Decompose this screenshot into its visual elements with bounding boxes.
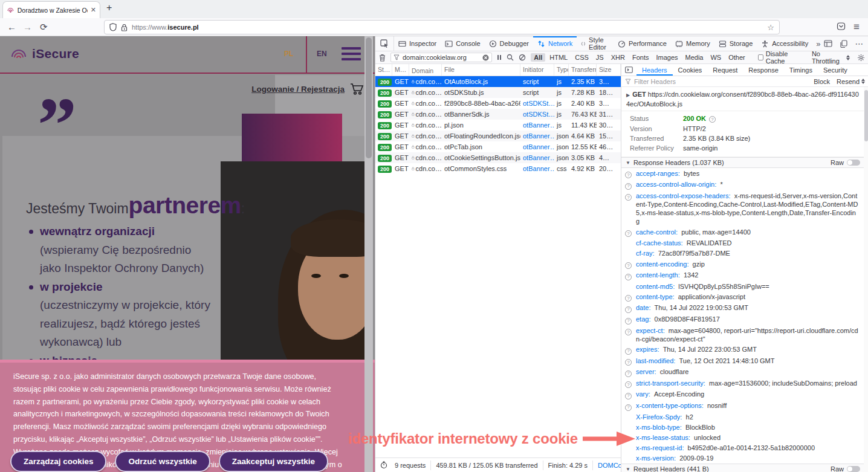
- raw-toggle[interactable]: [847, 466, 860, 472]
- type-filter-js[interactable]: JS: [593, 53, 607, 62]
- devtools-tab-debugger[interactable]: Debugger: [485, 36, 533, 51]
- devtools-tab-style-editor[interactable]: Style Editor: [577, 36, 614, 51]
- request-summary-line[interactable]: ▶GET https://cdn.cookielaw.org/consent/f…: [621, 87, 864, 111]
- devtools-tab-console[interactable]: Console: [441, 36, 484, 51]
- throttling-select[interactable]: No Throttling: [812, 50, 850, 65]
- devtools-tab-accessibility[interactable]: Accessibility: [757, 36, 812, 51]
- forward-icon[interactable]: →: [23, 22, 32, 33]
- url-bar[interactable]: https://www.isecure.pl ☆: [104, 20, 780, 34]
- initiator-cell[interactable]: otBanner…: [520, 143, 554, 150]
- initiator-cell[interactable]: otSDKSt…: [520, 111, 554, 118]
- detail-tab-security[interactable]: Security: [818, 64, 853, 76]
- menu-hamburger-icon[interactable]: [342, 47, 361, 63]
- network-request-row[interactable]: 200GETcdn.co…otCommonStyles.cssotBanner……: [375, 163, 621, 174]
- network-request-row[interactable]: 200GETcdn.co…otSDKStub.jsscriptjs7.28 KB…: [375, 87, 621, 98]
- column-header-type[interactable]: Type: [554, 64, 569, 76]
- network-request-row[interactable]: 200GETcdn.co…f2890bc8-88eb-4bac-a266-df9…: [375, 98, 621, 109]
- type-filter-media[interactable]: Media: [682, 53, 707, 62]
- column-header-transferred[interactable]: Transferred: [569, 64, 597, 76]
- network-request-row[interactable]: 200GETcdn.co…otCookieSettingsButton.json…: [375, 152, 621, 163]
- column-header-initiator[interactable]: Initiator: [520, 64, 554, 76]
- more-tools-chevron-icon[interactable]: »: [812, 36, 824, 51]
- collapse-twisty-icon[interactable]: ▼: [626, 467, 630, 472]
- type-filter-fonts[interactable]: Fonts: [629, 53, 652, 62]
- type-filter-other[interactable]: Other: [725, 53, 748, 62]
- headers-scrollbar[interactable]: [864, 87, 868, 472]
- type-filter-html[interactable]: HTML: [546, 53, 571, 62]
- collapse-twisty-icon[interactable]: ▼: [626, 160, 630, 166]
- help-icon[interactable]: ?: [625, 274, 632, 280]
- help-icon[interactable]: ?: [625, 381, 632, 388]
- column-header-file[interactable]: File: [442, 64, 520, 76]
- help-icon[interactable]: ?: [625, 262, 632, 269]
- expand-triangle-icon[interactable]: ▶: [626, 92, 630, 98]
- help-icon[interactable]: ?: [625, 348, 632, 355]
- help-icon[interactable]: ?: [625, 194, 632, 201]
- detail-tab-cookies[interactable]: Cookies: [673, 64, 708, 76]
- lang-en-button[interactable]: EN: [317, 50, 327, 58]
- help-icon[interactable]: ?: [625, 306, 632, 313]
- devtools-tab-memory[interactable]: Memory: [671, 36, 714, 51]
- pocket-icon[interactable]: [837, 22, 846, 31]
- column-header-st[interactable]: St…: [375, 64, 392, 76]
- type-filter-css[interactable]: CSS: [572, 53, 592, 62]
- help-icon[interactable]: ?: [625, 172, 632, 178]
- network-request-row[interactable]: 200GETcdn.co…otFloatingRoundedIcon.jsono…: [375, 131, 621, 141]
- raw-toggle[interactable]: [847, 160, 860, 166]
- lock-icon[interactable]: [121, 24, 128, 31]
- help-icon[interactable]: ?: [625, 329, 632, 335]
- search-icon[interactable]: [507, 54, 514, 61]
- devtools-tab-storage[interactable]: Storage: [714, 36, 757, 51]
- detail-tab-headers[interactable]: Headers: [636, 64, 673, 76]
- type-filter-images[interactable]: Images: [653, 53, 681, 62]
- help-icon[interactable]: ?: [625, 318, 632, 325]
- help-icon[interactable]: ?: [625, 393, 632, 399]
- block-button[interactable]: Block: [810, 78, 834, 85]
- domcontentloaded-time[interactable]: DOMContentLoaded:: [593, 461, 621, 470]
- section-header-request-headers[interactable]: ▼Request Headers (441 B)Raw: [621, 464, 864, 472]
- page-scrollbar[interactable]: [364, 36, 373, 472]
- cookie-button-odrzuć-wszystkie[interactable]: Odrzuć wszystkie: [115, 451, 210, 472]
- section-header-response-headers[interactable]: ▼Response Headers (1.037 KB)Raw: [621, 157, 864, 168]
- cookie-button-zaakceptuj-wszystkie[interactable]: Zaakceptuj wszystkie: [219, 451, 328, 472]
- cart-icon[interactable]: [349, 82, 364, 95]
- help-icon[interactable]: ?: [709, 116, 716, 123]
- url-text[interactable]: https://www.isecure.pl: [132, 24, 199, 31]
- initiator-cell[interactable]: otBanner…: [520, 121, 554, 129]
- responsive-design-icon[interactable]: [824, 40, 832, 47]
- bookmark-star-icon[interactable]: ☆: [767, 23, 774, 32]
- filter-headers-input[interactable]: Filter Headers: [634, 78, 807, 85]
- column-header-m[interactable]: M…: [392, 64, 409, 76]
- network-request-row[interactable]: 200GETcdn.co…otPcTab.jsonotBanner…json12…: [375, 141, 621, 152]
- block-icon[interactable]: [519, 54, 526, 61]
- help-icon[interactable]: ?: [625, 230, 632, 237]
- help-icon[interactable]: ?: [625, 295, 632, 302]
- cookie-button-zarządzaj-cookies[interactable]: Zarządzaj cookies: [10, 451, 107, 472]
- type-filter-xhr[interactable]: XHR: [608, 53, 628, 62]
- network-request-row[interactable]: 200GETcdn.co…OtAutoBlock.jsscriptjs2.35 …: [375, 76, 621, 87]
- browser-tab[interactable]: Doradztwo w Zakresie Ochrony Dany ✕: [2, 1, 100, 18]
- detail-tab-request[interactable]: Request: [707, 64, 743, 76]
- column-header-size[interactable]: Size: [597, 64, 621, 76]
- clear-filter-icon[interactable]: [482, 54, 489, 61]
- help-icon[interactable]: ?: [625, 183, 632, 190]
- login-register-link[interactable]: Logowanie / Rejestracja: [251, 85, 345, 94]
- help-icon[interactable]: ?: [625, 404, 632, 411]
- clear-requests-icon[interactable]: [379, 54, 386, 62]
- site-logo[interactable]: iSecure: [10, 45, 79, 63]
- lang-pl-button[interactable]: PL: [284, 50, 293, 58]
- network-request-row[interactable]: 200GETcdn.co…otBannerSdk.jsotSDKSt…js76.…: [375, 109, 621, 120]
- devtools-tab-network[interactable]: Network: [533, 36, 577, 51]
- type-filter-all[interactable]: All: [531, 53, 545, 62]
- url-filter-input[interactable]: domain:cookielaw.org: [390, 53, 492, 62]
- disable-cache-checkbox[interactable]: Disable Cache: [758, 50, 803, 65]
- help-icon[interactable]: ?: [625, 359, 632, 366]
- checkbox-icon[interactable]: [758, 54, 763, 60]
- reload-icon[interactable]: ⟳: [40, 22, 48, 33]
- headers-scroll-area[interactable]: ▶GET https://cdn.cookielaw.org/consent/f…: [621, 87, 864, 472]
- separate-window-icon[interactable]: [840, 40, 847, 48]
- initiator-cell[interactable]: otBanner…: [520, 132, 554, 140]
- initiator-cell[interactable]: otBanner…: [520, 165, 554, 172]
- network-request-row[interactable]: 200GETcdn.co…pl.jsonotBanner…js11.43 KB3…: [375, 120, 621, 131]
- help-icon[interactable]: ?: [625, 370, 632, 377]
